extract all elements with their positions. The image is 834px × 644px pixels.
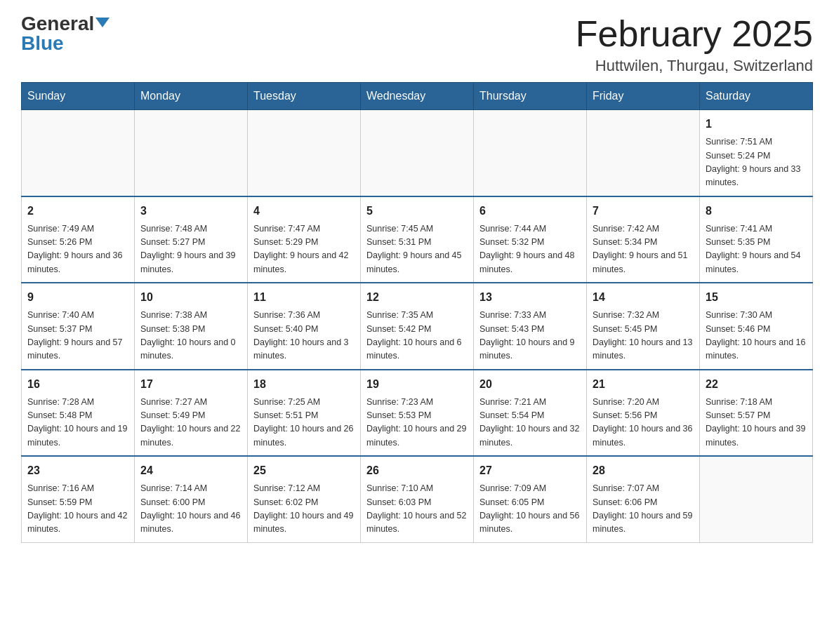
calendar-cell	[474, 110, 587, 196]
column-header-wednesday: Wednesday	[361, 83, 474, 110]
calendar-cell	[135, 110, 248, 196]
day-info: Sunrise: 7:32 AM Sunset: 5:45 PM Dayligh…	[593, 309, 694, 363]
calendar-cell: 9Sunrise: 7:40 AM Sunset: 5:37 PM Daylig…	[22, 283, 135, 370]
day-info: Sunrise: 7:51 AM Sunset: 5:24 PM Dayligh…	[706, 135, 807, 190]
day-number: 3	[140, 203, 241, 220]
page-header: General Blue February 2025 Huttwilen, Th…	[21, 14, 813, 75]
calendar-cell: 15Sunrise: 7:30 AM Sunset: 5:46 PM Dayli…	[700, 283, 813, 370]
calendar-cell: 14Sunrise: 7:32 AM Sunset: 5:45 PM Dayli…	[587, 283, 700, 370]
day-number: 24	[140, 462, 241, 479]
day-info: Sunrise: 7:23 AM Sunset: 5:53 PM Dayligh…	[366, 396, 468, 450]
calendar-header-row: SundayMondayTuesdayWednesdayThursdayFrid…	[22, 83, 813, 110]
calendar-cell: 8Sunrise: 7:41 AM Sunset: 5:35 PM Daylig…	[700, 196, 813, 283]
calendar-table: SundayMondayTuesdayWednesdayThursdayFrid…	[21, 82, 813, 543]
title-section: February 2025 Huttwilen, Thurgau, Switze…	[576, 14, 813, 75]
calendar-cell: 27Sunrise: 7:09 AM Sunset: 6:05 PM Dayli…	[474, 456, 587, 542]
day-number: 17	[140, 376, 241, 393]
day-info: Sunrise: 7:47 AM Sunset: 5:29 PM Dayligh…	[253, 222, 355, 277]
day-number: 4	[253, 203, 355, 220]
calendar-cell	[22, 110, 135, 196]
calendar-cell	[700, 456, 813, 542]
day-number: 12	[366, 289, 468, 306]
day-info: Sunrise: 7:28 AM Sunset: 5:48 PM Dayligh…	[27, 396, 128, 450]
calendar-cell: 1Sunrise: 7:51 AM Sunset: 5:24 PM Daylig…	[700, 110, 813, 196]
calendar-cell: 11Sunrise: 7:36 AM Sunset: 5:40 PM Dayli…	[248, 283, 361, 370]
day-info: Sunrise: 7:30 AM Sunset: 5:46 PM Dayligh…	[706, 309, 807, 363]
day-number: 18	[253, 376, 355, 393]
calendar-week-5: 23Sunrise: 7:16 AM Sunset: 5:59 PM Dayli…	[22, 456, 813, 542]
calendar-cell: 22Sunrise: 7:18 AM Sunset: 5:57 PM Dayli…	[700, 370, 813, 457]
day-info: Sunrise: 7:16 AM Sunset: 5:59 PM Dayligh…	[27, 482, 128, 537]
day-info: Sunrise: 7:36 AM Sunset: 5:40 PM Dayligh…	[253, 309, 355, 363]
day-info: Sunrise: 7:38 AM Sunset: 5:38 PM Dayligh…	[140, 309, 241, 363]
calendar-cell: 17Sunrise: 7:27 AM Sunset: 5:49 PM Dayli…	[135, 370, 248, 457]
month-title: February 2025	[576, 14, 813, 54]
day-number: 21	[593, 376, 694, 393]
calendar-cell: 6Sunrise: 7:44 AM Sunset: 5:32 PM Daylig…	[474, 196, 587, 283]
day-number: 9	[27, 289, 128, 306]
calendar-cell: 16Sunrise: 7:28 AM Sunset: 5:48 PM Dayli…	[22, 370, 135, 457]
calendar-cell	[248, 110, 361, 196]
calendar-cell: 18Sunrise: 7:25 AM Sunset: 5:51 PM Dayli…	[248, 370, 361, 457]
day-number: 14	[593, 289, 694, 306]
calendar-cell: 4Sunrise: 7:47 AM Sunset: 5:29 PM Daylig…	[248, 196, 361, 283]
calendar-cell	[587, 110, 700, 196]
calendar-cell: 5Sunrise: 7:45 AM Sunset: 5:31 PM Daylig…	[361, 196, 474, 283]
day-info: Sunrise: 7:12 AM Sunset: 6:02 PM Dayligh…	[253, 482, 355, 537]
day-number: 5	[366, 203, 468, 220]
column-header-friday: Friday	[587, 83, 700, 110]
day-number: 11	[253, 289, 355, 306]
day-info: Sunrise: 7:21 AM Sunset: 5:54 PM Dayligh…	[479, 396, 581, 450]
day-info: Sunrise: 7:27 AM Sunset: 5:49 PM Dayligh…	[140, 396, 241, 450]
calendar-cell: 7Sunrise: 7:42 AM Sunset: 5:34 PM Daylig…	[587, 196, 700, 283]
day-info: Sunrise: 7:10 AM Sunset: 6:03 PM Dayligh…	[366, 482, 468, 537]
calendar-cell: 19Sunrise: 7:23 AM Sunset: 5:53 PM Dayli…	[361, 370, 474, 457]
day-info: Sunrise: 7:07 AM Sunset: 6:06 PM Dayligh…	[593, 482, 694, 537]
day-number: 2	[27, 203, 128, 220]
calendar-week-3: 9Sunrise: 7:40 AM Sunset: 5:37 PM Daylig…	[22, 283, 813, 370]
day-info: Sunrise: 7:42 AM Sunset: 5:34 PM Dayligh…	[593, 222, 694, 277]
logo: General Blue	[21, 14, 110, 53]
day-number: 27	[479, 462, 581, 479]
calendar-cell: 24Sunrise: 7:14 AM Sunset: 6:00 PM Dayli…	[135, 456, 248, 542]
column-header-tuesday: Tuesday	[248, 83, 361, 110]
day-info: Sunrise: 7:44 AM Sunset: 5:32 PM Dayligh…	[479, 222, 581, 277]
logo-blue-text: Blue	[21, 34, 64, 53]
calendar-cell: 10Sunrise: 7:38 AM Sunset: 5:38 PM Dayli…	[135, 283, 248, 370]
day-info: Sunrise: 7:49 AM Sunset: 5:26 PM Dayligh…	[27, 222, 128, 277]
day-info: Sunrise: 7:48 AM Sunset: 5:27 PM Dayligh…	[140, 222, 241, 277]
column-header-sunday: Sunday	[22, 83, 135, 110]
day-info: Sunrise: 7:09 AM Sunset: 6:05 PM Dayligh…	[479, 482, 581, 537]
day-number: 7	[593, 203, 694, 220]
day-number: 1	[706, 116, 807, 133]
day-number: 25	[253, 462, 355, 479]
column-header-saturday: Saturday	[700, 83, 813, 110]
calendar-week-1: 1Sunrise: 7:51 AM Sunset: 5:24 PM Daylig…	[22, 110, 813, 196]
day-info: Sunrise: 7:25 AM Sunset: 5:51 PM Dayligh…	[253, 396, 355, 450]
day-info: Sunrise: 7:45 AM Sunset: 5:31 PM Dayligh…	[366, 222, 468, 277]
day-info: Sunrise: 7:20 AM Sunset: 5:56 PM Dayligh…	[593, 396, 694, 450]
day-info: Sunrise: 7:40 AM Sunset: 5:37 PM Dayligh…	[27, 309, 128, 363]
calendar-cell: 26Sunrise: 7:10 AM Sunset: 6:03 PM Dayli…	[361, 456, 474, 542]
calendar-cell: 23Sunrise: 7:16 AM Sunset: 5:59 PM Dayli…	[22, 456, 135, 542]
day-info: Sunrise: 7:35 AM Sunset: 5:42 PM Dayligh…	[366, 309, 468, 363]
calendar-week-4: 16Sunrise: 7:28 AM Sunset: 5:48 PM Dayli…	[22, 370, 813, 457]
calendar-cell: 20Sunrise: 7:21 AM Sunset: 5:54 PM Dayli…	[474, 370, 587, 457]
day-number: 28	[593, 462, 694, 479]
day-number: 13	[479, 289, 581, 306]
day-number: 22	[706, 376, 807, 393]
day-number: 26	[366, 462, 468, 479]
column-header-thursday: Thursday	[474, 83, 587, 110]
column-header-monday: Monday	[135, 83, 248, 110]
day-info: Sunrise: 7:41 AM Sunset: 5:35 PM Dayligh…	[706, 222, 807, 277]
location-text: Huttwilen, Thurgau, Switzerland	[576, 57, 813, 75]
day-number: 10	[140, 289, 241, 306]
logo-arrow-icon	[95, 18, 110, 27]
calendar-cell: 28Sunrise: 7:07 AM Sunset: 6:06 PM Dayli…	[587, 456, 700, 542]
calendar-cell: 21Sunrise: 7:20 AM Sunset: 5:56 PM Dayli…	[587, 370, 700, 457]
calendar-cell: 12Sunrise: 7:35 AM Sunset: 5:42 PM Dayli…	[361, 283, 474, 370]
day-number: 20	[479, 376, 581, 393]
day-number: 23	[27, 462, 128, 479]
day-number: 19	[366, 376, 468, 393]
day-info: Sunrise: 7:18 AM Sunset: 5:57 PM Dayligh…	[706, 396, 807, 450]
